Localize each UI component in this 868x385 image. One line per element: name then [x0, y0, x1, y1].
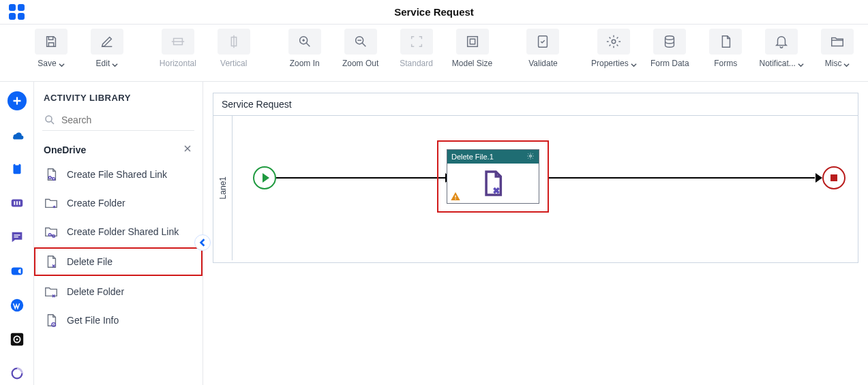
lane-body[interactable]: Delete File.1	[233, 116, 858, 260]
file-info-icon	[42, 311, 60, 329]
file-delete-icon	[481, 170, 505, 197]
chevron-left-icon	[198, 238, 207, 247]
target-icon[interactable]	[8, 330, 27, 349]
svg-point-28	[530, 155, 532, 157]
validate-icon	[526, 29, 559, 55]
task-title: Delete File.1	[451, 153, 494, 161]
activity-list: Create File Shared Link Create Folder Cr…	[34, 160, 203, 385]
activity-item-create-folder-shared-link[interactable]: Create Folder Shared Link	[34, 217, 203, 246]
validate-button[interactable]: Validate	[519, 29, 567, 68]
align-horizontal-icon	[162, 29, 194, 55]
activity-item-create-file-shared-link[interactable]: Create File Shared Link	[34, 160, 203, 189]
align-horizontal-button: Horizontal	[154, 29, 202, 68]
activity-item-get-file-info[interactable]: Get File Info	[34, 306, 203, 335]
zoom-in-button[interactable]: Zoom In	[281, 29, 329, 68]
chevron-down-icon	[112, 61, 118, 67]
panel-group-header[interactable]: OneDrive	[34, 136, 203, 160]
activity-label: Delete File	[67, 256, 113, 268]
notifications-button[interactable]: Notificat...	[758, 29, 805, 68]
svg-rect-16	[11, 268, 23, 275]
document-icon	[709, 29, 742, 55]
misc-button[interactable]: Misc	[813, 29, 861, 68]
activity-item-delete-file[interactable]: Delete File	[34, 247, 203, 276]
barcode-icon[interactable]	[8, 194, 27, 213]
loading-icon[interactable]	[8, 364, 27, 383]
folder-icon	[821, 29, 854, 55]
chevron-down-icon	[59, 61, 65, 67]
activity-item-delete-folder[interactable]: Delete Folder	[34, 277, 203, 306]
collapse-panel-button[interactable]	[194, 234, 211, 251]
file-link-icon	[42, 166, 60, 183]
arrowhead-icon	[815, 173, 822, 183]
folder-add-icon	[42, 194, 60, 212]
app-header: Service Request	[0, 0, 868, 25]
svg-rect-30	[455, 198, 455, 199]
chevron-down-icon	[843, 61, 850, 67]
fullscreen-icon	[400, 29, 433, 55]
activity-label: Delete Folder	[67, 286, 124, 298]
forms-button[interactable]: Forms	[702, 29, 749, 68]
task-node-delete-file[interactable]: Delete File.1	[447, 149, 539, 204]
connector[interactable]	[276, 177, 448, 179]
chevron-down-icon	[798, 61, 804, 67]
svg-point-7	[665, 36, 674, 40]
svg-rect-4	[467, 37, 477, 47]
folder-link-icon	[42, 223, 60, 241]
properties-button[interactable]: Properties	[590, 29, 638, 68]
gear-icon[interactable]	[526, 152, 535, 161]
svg-point-6	[612, 40, 616, 44]
svg-rect-13	[18, 201, 20, 205]
save-icon	[35, 29, 68, 55]
task-highlight: Delete File.1	[437, 140, 549, 213]
fit-icon	[456, 29, 489, 55]
process-canvas[interactable]: Service Request Lane1 Delete File.1	[213, 93, 858, 263]
chevron-down-icon	[631, 61, 637, 67]
align-vertical-icon	[218, 29, 250, 55]
search-icon	[44, 114, 56, 126]
svg-point-22	[46, 116, 52, 122]
panel-title: ACTIVITY LIBRARY	[34, 82, 203, 110]
bell-icon	[765, 29, 798, 55]
end-node[interactable]	[822, 166, 845, 189]
database-icon	[653, 29, 686, 55]
close-icon[interactable]	[182, 143, 193, 156]
activity-library-panel: ACTIVITY LIBRARY OneDrive Create File Sh…	[34, 82, 203, 385]
form-data-button[interactable]: Form Data	[646, 29, 693, 68]
wordpress-icon[interactable]	[8, 296, 27, 315]
gear-icon	[597, 29, 630, 55]
lane-label[interactable]: Lane1	[213, 116, 233, 260]
add-button[interactable]	[8, 91, 27, 110]
clipboard-icon[interactable]	[8, 159, 27, 179]
zoom-out-button[interactable]: Zoom Out	[337, 29, 385, 68]
folder-delete-icon	[42, 283, 60, 301]
zoom-in-icon	[288, 29, 321, 55]
video-icon[interactable]	[8, 262, 27, 281]
svg-point-25	[48, 234, 51, 236]
align-vertical-button: Vertical	[210, 29, 258, 68]
activity-item-create-folder[interactable]: Create Folder	[34, 189, 203, 217]
edit-icon	[91, 29, 123, 55]
page-title: Service Request	[0, 6, 868, 18]
connector[interactable]	[549, 177, 815, 179]
group-title: OneDrive	[44, 144, 86, 155]
svg-rect-14	[14, 234, 20, 235]
canvas-wrap: Service Request Lane1 Delete File.1	[203, 82, 868, 385]
edit-button[interactable]: Edit	[83, 29, 131, 68]
start-node[interactable]	[253, 166, 276, 189]
onedrive-icon[interactable]	[8, 125, 27, 144]
svg-rect-12	[16, 201, 18, 205]
chat-icon[interactable]	[8, 228, 27, 247]
search-input[interactable]	[61, 114, 193, 125]
search-box	[42, 110, 194, 131]
svg-rect-15	[14, 236, 18, 237]
save-button[interactable]: Save	[27, 29, 75, 68]
activity-label: Create Folder	[67, 198, 125, 209]
activity-label: Create File Shared Link	[67, 169, 167, 181]
apps-icon[interactable]	[7, 3, 26, 22]
svg-rect-29	[455, 196, 455, 198]
svg-point-23	[48, 176, 51, 179]
model-size-button[interactable]: Model Size	[449, 29, 496, 68]
swimlane: Lane1 Delete File.1	[213, 116, 858, 260]
activity-label: Get File Info	[67, 315, 119, 326]
svg-rect-8	[13, 164, 20, 174]
